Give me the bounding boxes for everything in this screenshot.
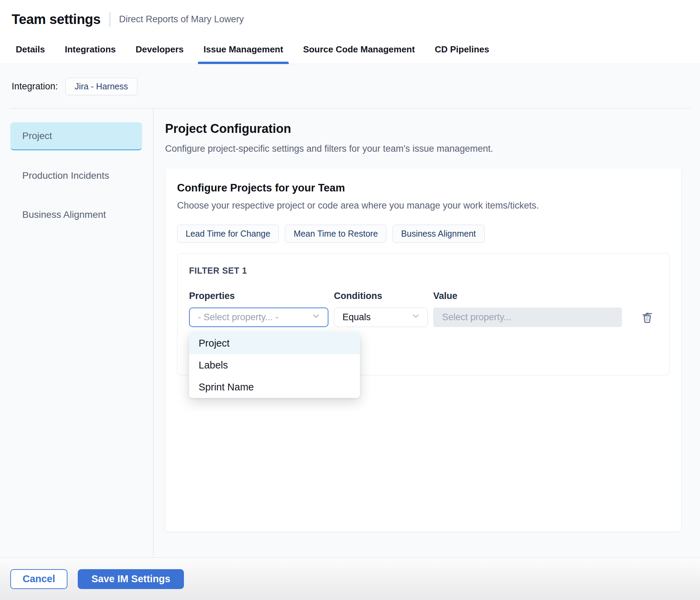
column-label-properties: Properties [189, 291, 328, 301]
condition-select-value: Equals [342, 312, 371, 323]
page-title: Team settings [12, 12, 101, 27]
card-description: Choose your respective project or code a… [177, 200, 670, 211]
tab-details[interactable]: Details [10, 35, 50, 64]
integration-label: Integration: [12, 81, 58, 92]
title-separator [110, 12, 110, 27]
filter-set-title: FILTER SET 1 [189, 266, 658, 276]
filter-controls-row: - Select property... - Equals [189, 308, 658, 327]
dropdown-option-labels[interactable]: Labels [189, 354, 360, 376]
chip-lead-time-for-change[interactable]: Lead Time for Change [177, 225, 279, 243]
header-title-row: Team settings Direct Reports of Mary Low… [0, 0, 700, 35]
dropdown-option-sprint-name[interactable]: Sprint Name [189, 376, 360, 398]
trash-icon [640, 320, 654, 325]
section-description: Configure project-specific settings and … [165, 143, 682, 154]
property-select-placeholder: - Select property... - [198, 312, 278, 323]
tab-cd-pipelines[interactable]: CD Pipelines [429, 35, 495, 64]
sidebar: Project Production Incidents Business Al… [0, 109, 153, 558]
column-label-value: Value [433, 291, 622, 301]
chevron-down-icon [411, 311, 421, 323]
column-label-conditions: Conditions [334, 291, 428, 301]
value-input[interactable] [433, 308, 622, 327]
main-content: Project Configuration Configure project-… [153, 109, 700, 558]
save-im-settings-button[interactable]: Save IM Settings [78, 569, 184, 589]
tab-bar: Details Integrations Developers Issue Ma… [0, 35, 700, 64]
property-dropdown: Project Labels Sprint Name [189, 332, 360, 398]
page-subtitle: Direct Reports of Mary Lowery [119, 14, 244, 25]
dropdown-option-project[interactable]: Project [189, 332, 360, 354]
footer-action-bar: Cancel Save IM Settings [0, 558, 700, 600]
configure-projects-card: Configure Projects for your Team Choose … [165, 168, 682, 532]
section-title: Project Configuration [165, 122, 682, 136]
sidebar-item-production-incidents[interactable]: Production Incidents [10, 162, 142, 189]
header: Team settings Direct Reports of Mary Low… [0, 0, 700, 64]
cancel-button[interactable]: Cancel [10, 569, 67, 589]
filter-column-labels: Properties Conditions Value [189, 291, 658, 301]
sidebar-item-business-alignment[interactable]: Business Alignment [10, 201, 142, 228]
tab-developers[interactable]: Developers [130, 35, 189, 64]
tab-integrations[interactable]: Integrations [59, 35, 121, 64]
tab-source-code-management[interactable]: Source Code Management [298, 35, 421, 64]
team-settings-page: Team settings Direct Reports of Mary Low… [0, 0, 700, 600]
body: Project Production Incidents Business Al… [0, 109, 700, 558]
sidebar-item-project[interactable]: Project [10, 122, 142, 150]
card-title: Configure Projects for your Team [177, 182, 670, 194]
tab-issue-management[interactable]: Issue Management [198, 35, 289, 64]
chevron-down-icon [311, 311, 321, 323]
filter-set-card: FILTER SET 1 Properties Conditions Value… [177, 253, 670, 375]
delete-filter-button[interactable] [639, 309, 655, 326]
metric-chips: Lead Time for Change Mean Time to Restor… [177, 225, 670, 243]
chip-business-alignment[interactable]: Business Alignment [392, 225, 484, 243]
integration-chip[interactable]: Jira - Harness [65, 78, 137, 95]
property-select[interactable]: - Select property... - [189, 308, 328, 327]
condition-select[interactable]: Equals [334, 308, 428, 327]
integration-row: Integration: Jira - Harness [0, 64, 700, 108]
chip-mean-time-to-restore[interactable]: Mean Time to Restore [285, 225, 386, 243]
